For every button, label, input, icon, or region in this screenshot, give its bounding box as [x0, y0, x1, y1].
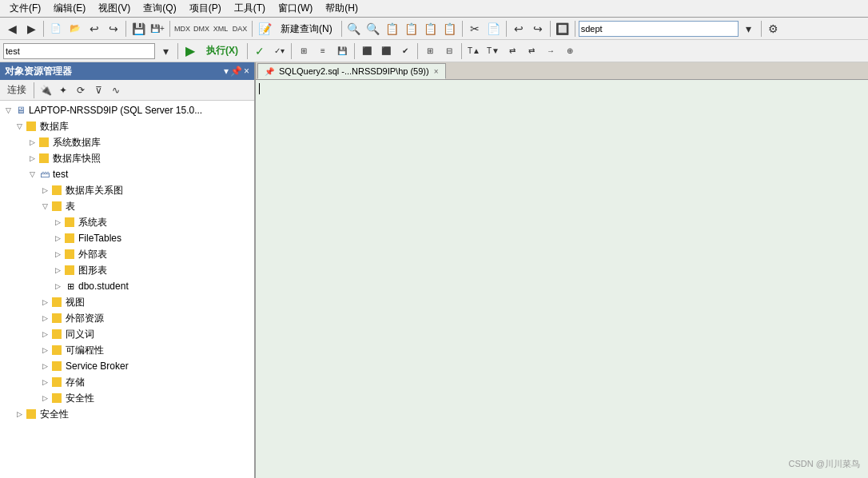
btn-u2[interactable]: ↪: [529, 20, 547, 38]
btn-new[interactable]: 📄: [47, 20, 65, 38]
tree-synonyms[interactable]: ▷ 同义词: [0, 326, 254, 342]
expand-databases[interactable]: ▽: [13, 120, 26, 133]
tree-storage[interactable]: ▷ 存储: [0, 374, 254, 390]
new-query-label[interactable]: 新建查询(N): [275, 20, 338, 38]
tree-security-top[interactable]: ▷ 安全性: [0, 406, 254, 422]
btn-save[interactable]: 💾: [129, 20, 147, 38]
stop-btn[interactable]: ⬛: [358, 42, 376, 60]
results-file-btn[interactable]: 💾: [333, 42, 351, 60]
expand-server[interactable]: ▽: [2, 104, 14, 117]
tree-service-broker[interactable]: ▷ Service Broker: [0, 358, 254, 374]
btn-xml[interactable]: XML: [212, 20, 229, 38]
tab-pin-icon[interactable]: 📌: [265, 67, 274, 76]
tree-system-dbs[interactable]: ▷ 系统数据库: [0, 134, 254, 150]
tree-security-inner[interactable]: ▷ 安全性: [0, 390, 254, 406]
expand-db-diagrams[interactable]: ▷: [38, 184, 51, 197]
panel-pin-icon[interactable]: 📌: [230, 66, 242, 77]
expand-filetables[interactable]: ▷: [51, 232, 64, 245]
tree-filetables[interactable]: ▷ FileTables: [0, 230, 254, 246]
btn-undo[interactable]: ↩: [86, 20, 103, 38]
btn-w1[interactable]: ⚙: [765, 20, 782, 38]
database-combo[interactable]: [579, 21, 739, 37]
btn-open[interactable]: 📂: [66, 20, 84, 38]
zoom-out-btn[interactable]: T▼: [484, 42, 502, 60]
expand-external-tables[interactable]: ▷: [51, 248, 64, 261]
back-btn[interactable]: ◀: [3, 20, 21, 38]
results-on-btn[interactable]: ✔: [396, 42, 414, 60]
stop2-btn[interactable]: ⬛: [377, 42, 395, 60]
btn-t1[interactable]: 🔍: [345, 20, 363, 38]
connection-combo[interactable]: [3, 43, 155, 59]
menu-help[interactable]: 帮助(H): [319, 0, 364, 17]
tree-tables[interactable]: ▽ 表: [0, 198, 254, 214]
db-dropdown-btn[interactable]: ▾: [740, 20, 758, 38]
btn-cut[interactable]: ✂: [466, 20, 484, 38]
execute-btn[interactable]: ▶: [181, 42, 199, 60]
expand-security-top[interactable]: ▷: [13, 408, 26, 420]
tree-sys-tables[interactable]: ▷ 系统表: [0, 214, 254, 230]
extra-btn[interactable]: ⊕: [561, 42, 579, 60]
btn-t6[interactable]: 📋: [441, 20, 459, 38]
tree-external-tables[interactable]: ▷ 外部表: [0, 246, 254, 262]
results-grid-btn[interactable]: ⊞: [295, 42, 313, 60]
editor-area[interactable]: CSDN @川川菜鸟: [256, 80, 868, 478]
tree-programmability[interactable]: ▷ 可编程性: [0, 342, 254, 358]
tree-graph-tables[interactable]: ▷ 图形表: [0, 262, 254, 278]
menu-view[interactable]: 视图(V): [92, 0, 137, 17]
panel-close-btn[interactable]: ×: [244, 66, 249, 77]
expand-graph-tables[interactable]: ▷: [51, 264, 64, 277]
tree-dbo-student[interactable]: ▷ ⊞ dbo.student: [0, 278, 254, 294]
btn-t5[interactable]: 📋: [422, 20, 440, 38]
btn-copy[interactable]: 📄: [485, 20, 503, 38]
tb-sync-btn[interactable]: ∿: [108, 82, 124, 98]
btn-redo[interactable]: ↪: [105, 20, 122, 38]
forward-btn[interactable]: ▶: [22, 20, 40, 38]
active-tab[interactable]: 📌 SQLQuery2.sql -...NRSSD9IP\hp (59)) ×: [257, 63, 446, 79]
tree-test-db[interactable]: ▽ 🗃 test: [0, 166, 254, 182]
zoom-arrow-btn[interactable]: ⇄: [523, 42, 540, 60]
expand-test-db[interactable]: ▽: [26, 168, 38, 181]
parse-btn[interactable]: ✓▾: [270, 42, 288, 60]
tree-server[interactable]: ▽ 🖥 LAPTOP-NRSSD9IP (SQL Server 15.0...: [0, 102, 254, 118]
zoom-reset-btn[interactable]: ⇄: [504, 42, 521, 60]
btn-t3[interactable]: 📋: [384, 20, 401, 38]
zoom-in-btn[interactable]: T▲: [465, 42, 483, 60]
menu-window[interactable]: 窗口(W): [272, 0, 319, 17]
expand-db-snapshots[interactable]: ▷: [26, 152, 38, 165]
menu-tools[interactable]: 工具(T): [228, 0, 272, 17]
tree-ext-resources[interactable]: ▷ 外部资源: [0, 310, 254, 326]
menu-edit[interactable]: 编辑(E): [47, 0, 92, 17]
tb-refresh-btn[interactable]: ⟳: [73, 82, 89, 98]
expand-system-dbs[interactable]: ▷: [26, 136, 38, 149]
btn-dmx[interactable]: DMX: [193, 20, 210, 38]
expand-ext-resources[interactable]: ▷: [38, 312, 51, 325]
btn-u1[interactable]: ↩: [510, 20, 528, 38]
expand-dbo-student[interactable]: ▷: [51, 280, 64, 293]
connect-label[interactable]: 连接: [3, 82, 30, 98]
tree-databases[interactable]: ▽ 数据库: [0, 118, 254, 134]
btn-v1[interactable]: 🔲: [554, 20, 571, 38]
tab-close-btn[interactable]: ×: [434, 67, 439, 76]
menu-query[interactable]: 查询(Q): [137, 0, 182, 17]
tb-disconnect-btn[interactable]: ✦: [55, 82, 71, 98]
menu-project[interactable]: 项目(P): [183, 0, 228, 17]
btn-dax[interactable]: DAX: [231, 20, 249, 38]
btn-mdf[interactable]: MDX: [173, 20, 191, 38]
tb-filter-btn[interactable]: ⊽: [90, 82, 106, 98]
tree-db-diagrams[interactable]: ▷ 数据库关系图: [0, 182, 254, 198]
expand-programmability[interactable]: ▷: [38, 344, 51, 357]
grid-btn[interactable]: ⊞: [421, 42, 439, 60]
expand-sys-tables[interactable]: ▷: [51, 216, 64, 229]
col-btn[interactable]: ⊟: [440, 42, 458, 60]
expand-service-broker[interactable]: ▷: [38, 360, 51, 372]
btn-t4[interactable]: 📋: [403, 20, 420, 38]
menu-file[interactable]: 文件(F): [3, 0, 47, 17]
btn-t2[interactable]: 🔍: [364, 20, 382, 38]
panel-pin-btn[interactable]: ▾: [224, 66, 229, 77]
btn-newquery[interactable]: 📝: [256, 20, 273, 38]
expand-security-inner[interactable]: ▷: [38, 392, 51, 404]
expand-storage[interactable]: ▷: [38, 376, 51, 388]
results-text-btn[interactable]: ≡: [314, 42, 332, 60]
expand-views[interactable]: ▷: [38, 296, 51, 309]
btn-save-all[interactable]: 💾+: [149, 20, 166, 38]
